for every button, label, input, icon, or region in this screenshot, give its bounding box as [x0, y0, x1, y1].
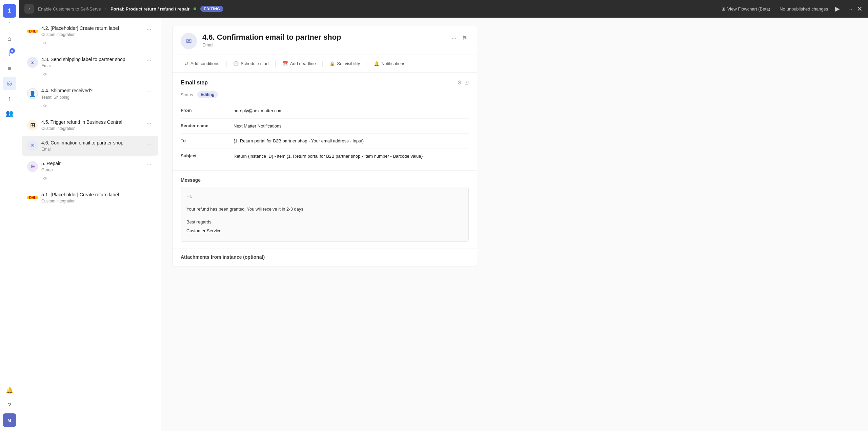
dhl-logo-icon-5-1: DHL — [27, 192, 38, 203]
step-item-4-6[interactable]: ✉ 4.6. Confirmation email to partner sho… — [22, 136, 158, 156]
sidebar-avatar[interactable]: M — [3, 413, 16, 427]
message-line-3: Best regards, — [186, 218, 463, 226]
settings-icon[interactable]: ⚙ — [457, 79, 462, 86]
step-more-5-1[interactable]: ··· — [145, 192, 153, 200]
sender-name-label: Sender name — [181, 123, 228, 128]
to-label: To — [181, 138, 228, 143]
from-label: From — [181, 107, 228, 113]
set-visibility-button[interactable]: 🔒 Set visibility — [325, 59, 364, 68]
sidebar-item-layers[interactable]: ≡ — [3, 62, 16, 75]
message-content: Hi, Your refund has been granted. You wi… — [181, 187, 469, 242]
add-conditions-button[interactable]: ⇄ Add conditions — [181, 59, 223, 68]
detail-panel: ✉ 4.6. Confirmation email to partner sho… — [172, 26, 477, 267]
notifications-button[interactable]: 🔔 Notifications — [370, 59, 409, 68]
group-icon-5: ⊕ — [27, 161, 38, 172]
email-icon-4-6: ✉ — [27, 140, 38, 151]
message-line-1: Hi, — [186, 193, 463, 200]
number-icon: 1 — [8, 8, 11, 14]
expand-icon[interactable]: ⊡ — [464, 79, 469, 86]
step-item-5[interactable]: ⊕ 5. Repair Group ··· — [22, 156, 158, 187]
chart-icon: ↑ — [8, 95, 11, 102]
sidebar-item-processes[interactable]: ◎ — [3, 77, 16, 90]
sidebar-item-home-nav[interactable]: ⌂ — [3, 32, 16, 45]
message-line-2: Your refund has been granted. You will r… — [186, 205, 463, 213]
status-label: Status — [181, 92, 193, 97]
status-indicator-dot — [194, 7, 196, 10]
message-section: Message Hi, Your refund has been granted… — [173, 170, 477, 249]
main-content: ✉ 4.6. Confirmation email to partner sho… — [161, 18, 868, 431]
step-title-5: 5. Repair — [41, 160, 145, 166]
step-subtitle-4-5: Custom integration — [41, 126, 145, 131]
detail-email-icon: ✉ — [181, 33, 197, 49]
action-divider-4: | — [366, 60, 368, 67]
inbox-badge: 8 — [9, 48, 15, 54]
calendar-icon: 📅 — [283, 61, 288, 66]
sidebar-item-help[interactable]: ? — [3, 398, 16, 412]
step-item-4-4[interactable]: 👤 4.4. Shipment received? Team: Shipping… — [22, 83, 158, 114]
header-close-button[interactable]: ✕ — [857, 5, 863, 13]
step-more-4-4[interactable]: ··· — [145, 87, 153, 96]
detail-header: ✉ 4.6. Confirmation email to partner sho… — [173, 26, 477, 55]
section-title: Email step — [181, 80, 208, 86]
field-to: To {1. Return portal for B2B partner sho… — [181, 134, 469, 149]
detail-pin-button[interactable]: ⚑ — [461, 33, 469, 43]
top-header: ‹ Enable Customers to Self-Serve › Porta… — [19, 0, 868, 18]
step-more-4-3[interactable]: ··· — [145, 56, 153, 65]
step-title-5-1: 5.1. [Placeholder] Create return label — [41, 192, 145, 198]
svg-point-1 — [44, 73, 46, 75]
step-more-4-2[interactable]: ··· — [145, 25, 153, 34]
step-more-4-5[interactable]: ··· — [145, 119, 153, 128]
help-icon: ? — [7, 402, 11, 409]
process-icon: ◎ — [7, 80, 12, 87]
step-subtitle-4-6: Email — [41, 147, 145, 152]
step-title-4-4: 4.4. Shipment received? — [41, 87, 145, 94]
header-more-button[interactable]: ··· — [847, 5, 853, 13]
team-icon: 👥 — [6, 110, 13, 117]
dhl-logo-icon: DHL — [27, 26, 38, 37]
schedule-start-button[interactable]: 🕐 Schedule start — [229, 59, 273, 68]
action-divider-3: | — [322, 60, 324, 67]
step-item-4-3[interactable]: ✉ 4.3. Send shipping label to partner sh… — [22, 52, 158, 83]
step-title-4-3: 4.3. Send shipping label to partner shop — [41, 56, 145, 62]
step-title-4-5: 4.5. Trigger refund in Business Central — [41, 119, 145, 125]
flowchart-icon: ⊞ — [722, 6, 725, 12]
detail-more-button[interactable]: ··· — [450, 33, 458, 43]
sidebar-item-team[interactable]: 👥 — [3, 106, 16, 120]
sidebar-icons-panel: 1 ⌄ ⌂ ↓ 8 ≡ ◎ ↑ 👥 🔔 ? M — [0, 0, 19, 431]
connector-icon-5 — [41, 175, 153, 183]
status-row: Status Editing — [181, 91, 469, 98]
status-badge: Editing — [197, 91, 218, 98]
add-deadline-button[interactable]: 📅 Add deadline — [279, 59, 320, 68]
bell-action-icon: 🔔 — [374, 61, 379, 66]
field-sender-name: Sender name Next Matter Notifications — [181, 119, 469, 134]
sidebar-item-inbox[interactable]: ↓ 8 — [3, 47, 16, 60]
action-divider-1: | — [225, 60, 227, 67]
subject-label: Subject — [181, 153, 228, 158]
breadcrumb-text: Enable Customers to Self-Serve — [38, 6, 101, 12]
connector-icon-4-2 — [41, 40, 153, 47]
sidebar-item-home[interactable]: 1 — [3, 4, 16, 18]
connector-icon-4-4 — [41, 102, 153, 110]
attachments-title: Attachments from instance (optional) — [181, 254, 469, 260]
collapse-panel-button[interactable]: ‹ — [24, 4, 34, 14]
message-spacer-2 — [186, 214, 463, 217]
field-from: From noreply@nextmatter.com — [181, 103, 469, 119]
conditions-icon: ⇄ — [185, 61, 188, 66]
step-more-4-6[interactable]: ··· — [145, 140, 153, 148]
detail-type: Email — [202, 42, 341, 47]
step-more-5[interactable]: ··· — [145, 160, 153, 169]
sidebar-item-notifications[interactable]: 🔔 — [3, 384, 16, 397]
sidebar-bottom-actions: 🔔 ? M — [3, 384, 16, 427]
action-bar: ⇄ Add conditions | 🕐 Schedule start | 📅 … — [173, 55, 477, 73]
sidebar-item-analytics[interactable]: ↑ — [3, 92, 16, 105]
email-icon-4-3: ✉ — [27, 57, 38, 68]
step-item-4-5[interactable]: ⊞ 4.5. Trigger refund in Business Centra… — [22, 115, 158, 135]
section-title-actions: ⚙ ⊡ — [457, 79, 469, 86]
expand-sidebar-button[interactable]: ⌄ — [8, 19, 11, 24]
view-flowchart-button[interactable]: ⊞ View Flowchart (Beta) — [722, 6, 770, 12]
svg-point-2 — [44, 105, 46, 107]
step-item-4-2[interactable]: DHL 4.2. [Placeholder] Create return lab… — [22, 21, 158, 52]
play-button[interactable]: ▶ — [832, 3, 843, 14]
steps-panel: DHL 4.2. [Placeholder] Create return lab… — [19, 18, 161, 431]
step-item-5-1[interactable]: DHL 5.1. [Placeholder] Create return lab… — [22, 188, 158, 208]
